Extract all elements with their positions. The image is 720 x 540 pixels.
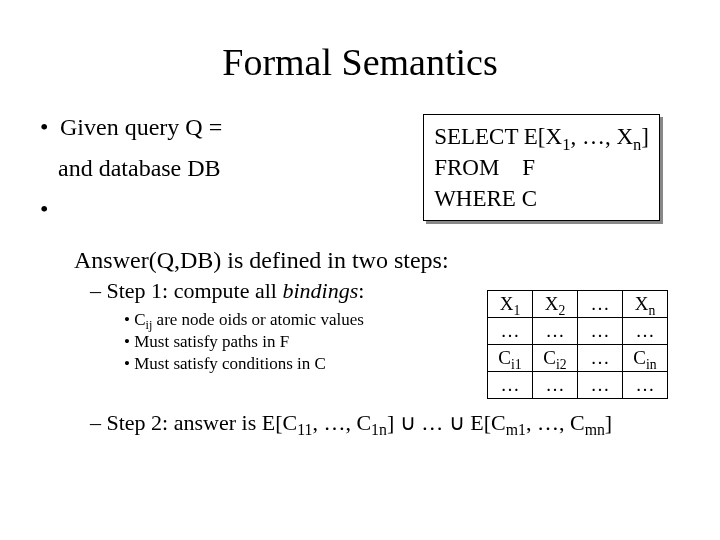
expr-mid: , …, X: [570, 124, 633, 149]
table-row: … … … …: [488, 318, 668, 345]
sub: n: [648, 303, 655, 318]
cell-x1: X1: [488, 291, 533, 318]
cell-xn: Xn: [623, 291, 668, 318]
table-row: X1 X2 … Xn: [488, 291, 668, 318]
slide-title: Formal Semantics: [40, 40, 680, 84]
empty-bullet: •: [40, 196, 222, 223]
sub-mn: mn: [585, 421, 605, 438]
c: C: [498, 347, 511, 368]
sql-box: SELECT E[X1, …, Xn] FROM F WHERE C: [423, 114, 660, 221]
cell-dots: …: [533, 318, 578, 345]
sql-from-line: FROM F: [434, 152, 649, 183]
sub: 2: [558, 303, 565, 318]
given-query-line: • Given query Q =: [40, 114, 222, 141]
bullet-icon: •: [40, 114, 54, 141]
cell-cin: Cin: [623, 345, 668, 372]
left-column: • Given query Q = and database DB •: [40, 114, 222, 237]
step2-label: – Step 2: answer is E[C: [90, 410, 297, 435]
expr-post: ]: [641, 124, 649, 149]
sub: i2: [556, 357, 567, 372]
step2-line: – Step 2: answer is E[C11, …, C1n] ∪ … ∪…: [90, 410, 680, 436]
sub-c-text: Must satisfy conditions in C: [134, 354, 326, 373]
cij: Cij: [134, 310, 152, 329]
cell-x2: X2: [533, 291, 578, 318]
where-keyword: WHERE: [434, 186, 516, 211]
table-row: … … … …: [488, 372, 668, 399]
step1-label: – Step 1: compute all: [90, 278, 282, 303]
from-keyword: FROM: [434, 155, 499, 180]
cell-dots: …: [578, 291, 623, 318]
and-database-line: and database DB: [58, 155, 222, 182]
sub-m1: m1: [506, 421, 526, 438]
step1-bindings: bindings: [282, 278, 358, 303]
sub-1n: 1n: [371, 421, 387, 438]
where-val: C: [522, 186, 537, 211]
c: C: [543, 347, 556, 368]
cell-dots: …: [488, 318, 533, 345]
sub-a-post: are node oids or atomic values: [152, 310, 364, 329]
x: X: [635, 293, 649, 314]
c: C: [633, 347, 646, 368]
sub: i1: [511, 357, 522, 372]
mid2: , …, C: [526, 410, 585, 435]
bindings-table: X1 X2 … Xn … … … … Ci1 Ci2 … Cin … … … …: [487, 290, 668, 399]
table-row: Ci1 Ci2 … Cin: [488, 345, 668, 372]
sub-b-text: Must satisfy paths in F: [134, 332, 289, 351]
cell-dots: …: [623, 318, 668, 345]
cell-dots: …: [488, 372, 533, 399]
sub: 1: [513, 303, 520, 318]
x: X: [545, 293, 559, 314]
bullet-icon: •: [40, 196, 54, 223]
cell-dots: …: [578, 372, 623, 399]
sub: in: [646, 357, 657, 372]
given-query-text: Given query Q =: [60, 114, 222, 140]
select-keyword: SELECT: [434, 124, 518, 149]
from-val: F: [522, 155, 535, 180]
answer-line: Answer(Q,DB) is defined in two steps:: [74, 247, 680, 274]
cell-dots: …: [578, 345, 623, 372]
sql-where-line: WHERE C: [434, 183, 649, 214]
step1-colon: :: [358, 278, 364, 303]
c-pre: C: [134, 310, 145, 329]
mid1: , …, C: [312, 410, 371, 435]
top-row: • Given query Q = and database DB • SELE…: [40, 114, 680, 237]
cup: ∪ … ∪: [394, 410, 470, 435]
open2: E[C: [470, 410, 505, 435]
cell-ci1: Ci1: [488, 345, 533, 372]
slide: Formal Semantics • Given query Q = and d…: [0, 0, 720, 540]
cell-dots: …: [623, 372, 668, 399]
sub-11: 11: [297, 421, 312, 438]
select-expr: E[X1, …, Xn]: [524, 124, 649, 149]
close2: ]: [605, 410, 612, 435]
sql-select-line: SELECT E[X1, …, Xn]: [434, 121, 649, 152]
expr-pre: E[X: [524, 124, 562, 149]
cell-ci2: Ci2: [533, 345, 578, 372]
cell-dots: …: [533, 372, 578, 399]
x: X: [500, 293, 514, 314]
cell-dots: …: [578, 318, 623, 345]
